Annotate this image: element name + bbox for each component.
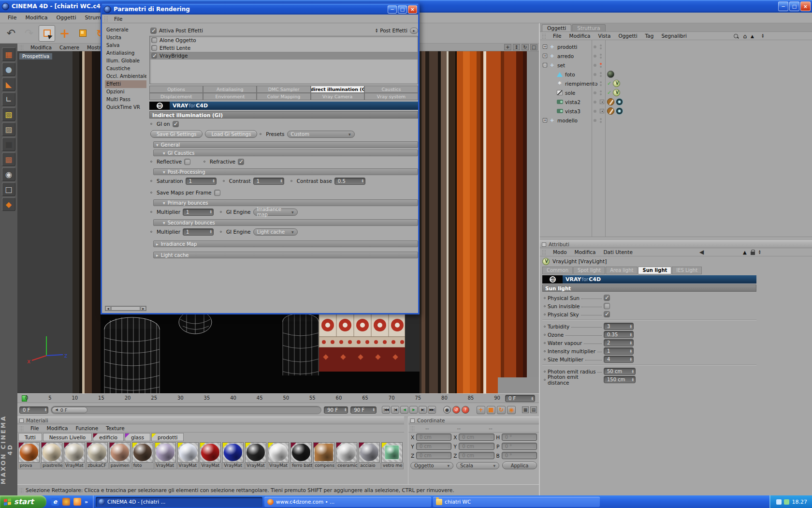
visibility-dot[interactable] — [594, 64, 596, 67]
enabled-check-icon[interactable]: ✓ — [607, 80, 611, 87]
scroll-right-icon[interactable]: ▶ — [141, 306, 146, 311]
material-thumbnail[interactable] — [313, 442, 334, 463]
section-secondary-bounces[interactable]: ▼Secondary bounces — [153, 219, 418, 226]
rotate-lock-button[interactable]: ↻ — [497, 406, 506, 414]
spinner-arrows-icon[interactable] — [628, 349, 632, 353]
coordinate-menu-item[interactable]: -- — [457, 425, 461, 431]
coordinate-scale-dropdown[interactable]: Scala — [456, 462, 499, 469]
material-item[interactable]: vetro me — [381, 442, 404, 469]
coordinate-value-field[interactable]: 0 cm — [416, 443, 451, 450]
coordinate-titlebar[interactable]: Coordinate — [408, 417, 539, 424]
close-button[interactable]: × — [800, 1, 811, 11]
taskbar-task-www-c4dzone-com[interactable]: www.c4dzone.com • ... — [264, 497, 431, 507]
save-maps-checkbox[interactable] — [214, 190, 220, 196]
panel-icon[interactable] — [542, 242, 546, 247]
physical-sky-checkbox[interactable] — [604, 311, 610, 317]
spinner-arrows-icon[interactable] — [489, 445, 492, 448]
enabled-check-icon[interactable]: ✓ — [607, 90, 611, 96]
material-thumbnail[interactable] — [359, 442, 380, 463]
dialog-minimize-button[interactable]: ─ — [388, 5, 397, 14]
saturation-field[interactable]: 1 — [186, 178, 217, 185]
coordinate-mode-dropdown[interactable]: Oggetto — [410, 462, 453, 469]
material-item[interactable]: pavimen — [109, 442, 131, 469]
editor-render-dots[interactable] — [600, 81, 602, 86]
render-view-icon[interactable]: ● — [2, 62, 15, 76]
layer-tab-glass[interactable]: glass — [125, 433, 150, 441]
coordinate-value-field[interactable]: 0 cm — [459, 433, 494, 441]
tree-item-riempimento[interactable]: *riempimento✓ — [540, 79, 812, 88]
material-thumbnail[interactable] — [200, 442, 221, 463]
coordinate-value-field[interactable]: 0 cm — [459, 452, 494, 459]
effect-row-effetti-lente[interactable]: Effetti Lente — [150, 44, 418, 52]
scroll-arrows-icon[interactable]: ▲▼ — [759, 250, 761, 254]
live-selection-tool[interactable] — [39, 25, 55, 42]
layout-a-button[interactable]: ▦ — [522, 406, 529, 413]
tree-item-vista2[interactable]: vista2 — [540, 97, 812, 106]
internet-explorer-icon[interactable]: e — [51, 498, 59, 506]
photon-emit-distance-field[interactable]: 150 cm — [604, 376, 636, 383]
intensity-multiplier-field[interactable]: 1 — [604, 347, 634, 355]
lock-icon[interactable] — [751, 252, 755, 255]
editor-render-dots[interactable] — [600, 54, 602, 59]
material-thumbnail[interactable] — [109, 442, 130, 463]
tree-item-sole[interactable]: sole✓ — [540, 88, 812, 97]
object-manager-menu-modifica[interactable]: Modifica — [566, 32, 594, 40]
tab-indirect-illumination-gi[interactable]: Indirect illumination (GI) — [311, 86, 364, 93]
secondary-multiplier-field[interactable]: 1 — [183, 228, 214, 236]
editor-render-dots[interactable] — [600, 45, 602, 49]
section-irradiance-map[interactable]: ▶Irradiance Map — [153, 240, 418, 247]
undo-tool[interactable]: ↶ — [3, 25, 19, 42]
reflective-checkbox[interactable] — [184, 159, 190, 165]
range-end-field[interactable]: 90 F — [350, 406, 377, 414]
coord-system-button[interactable]: ◉ — [507, 406, 516, 414]
frame-slider[interactable]: ◀0 F — [51, 406, 321, 414]
category-opzioni[interactable]: Opzioni — [105, 88, 146, 96]
visibility-dot[interactable] — [594, 91, 596, 94]
coordinate-value-field[interactable]: 0 ° — [502, 443, 537, 450]
drag-handle-icon[interactable] — [19, 426, 24, 431]
scroll-left-icon[interactable]: ◀ — [105, 306, 111, 311]
spinner-arrows-icon[interactable] — [628, 325, 632, 329]
drag-handle-icon[interactable] — [19, 45, 24, 50]
lens-tag-icon[interactable] — [616, 107, 623, 115]
materials-menu-modifica[interactable]: Modifica — [43, 424, 72, 432]
scale-lock-button[interactable]: ■ — [487, 406, 495, 414]
go-start-button[interactable]: |◀◀ — [382, 406, 390, 414]
coordinate-value-field[interactable]: 0 cm — [416, 452, 451, 459]
tab-ies-light[interactable]: IES Light — [672, 267, 702, 274]
presets-dropdown[interactable]: Custom — [287, 131, 355, 138]
visibility-dot[interactable] — [594, 101, 596, 104]
drag-handle-icon[interactable] — [19, 488, 24, 493]
contrast-field[interactable]: 1 — [253, 178, 284, 185]
material-item[interactable]: VrayMat — [200, 442, 222, 469]
spinner-arrows-icon[interactable] — [489, 454, 492, 458]
tab-area-light[interactable]: Area light — [606, 267, 638, 274]
record-button[interactable]: ↺ — [452, 406, 460, 414]
go-end-button[interactable]: ▶▶| — [428, 406, 436, 414]
range-start-field[interactable]: 90 F — [324, 406, 348, 414]
section-light-cache[interactable]: ▶Light cache — [153, 252, 418, 258]
size-multiplier-field[interactable]: 4 — [604, 356, 634, 363]
material-item[interactable]: ferro batt — [290, 442, 313, 469]
spinner-arrows-icon[interactable] — [446, 435, 450, 439]
menu-modifica[interactable]: Modifica — [21, 14, 51, 22]
axis-icon[interactable]: ∟ — [2, 92, 15, 106]
attributes-menu-dati-utente[interactable]: Dati Utente — [599, 248, 636, 256]
tab-displacement[interactable]: Displacement — [149, 93, 203, 100]
tab-caustics[interactable]: Caustics — [364, 86, 418, 93]
section-general[interactable]: ▼General — [153, 141, 418, 148]
panel-icon[interactable] — [19, 418, 24, 423]
dialog-titlebar[interactable]: Parametri di Rendering ─ □ × — [102, 4, 418, 15]
material-item[interactable]: prova — [18, 442, 41, 469]
tab-sun-light[interactable]: Sun light — [638, 267, 671, 274]
viewport-layout-icon[interactable]: ▦ — [2, 47, 15, 61]
layer-tab-nessun-livello[interactable]: Nessun Livello — [43, 433, 92, 441]
material-item[interactable]: VrayMat — [222, 442, 245, 469]
material-thumbnail[interactable] — [268, 442, 289, 463]
material-thumbnail[interactable] — [245, 442, 266, 463]
protection-tag-icon[interactable] — [607, 98, 614, 105]
viewport-zoom-icon[interactable]: ↕ — [513, 44, 520, 50]
effect-checkbox[interactable] — [151, 37, 157, 43]
tab-spot-light[interactable]: Spot light — [573, 267, 605, 274]
deformer-icon[interactable]: ◆ — [2, 197, 15, 211]
